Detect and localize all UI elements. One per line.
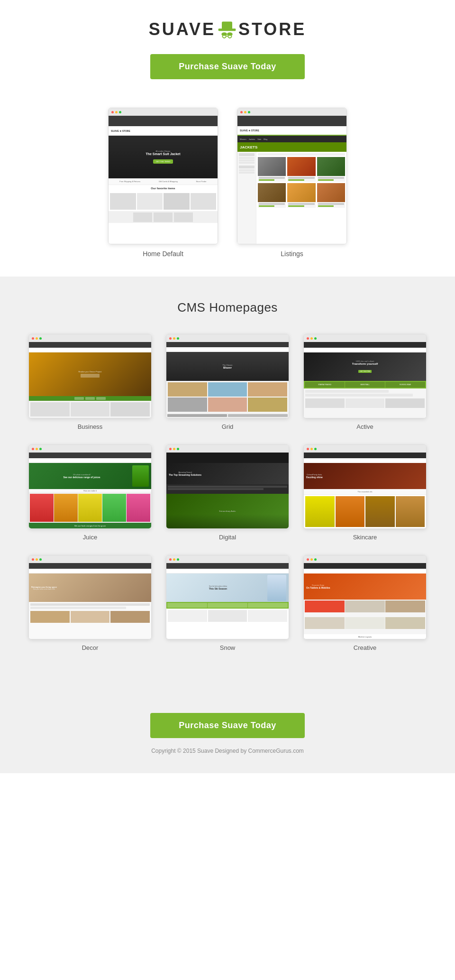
juice-nav xyxy=(29,458,151,463)
listing-product-name-3 xyxy=(318,177,344,179)
juice-hero-image xyxy=(132,465,149,487)
screen-active: 100% the real Lolbark Transform yourself… xyxy=(304,342,426,418)
dot-green xyxy=(119,111,121,113)
listings-products-grid xyxy=(258,157,345,208)
home-banner xyxy=(109,211,218,223)
browser-bar-digital xyxy=(166,445,289,453)
home-banner-block-3 xyxy=(174,213,193,222)
creative-hero-text-area: Responsive Design On Tablets & Mobiles xyxy=(306,584,330,589)
cms-item-juice: Oh what a weekend! See our delicious ran… xyxy=(28,444,152,541)
active-topbar xyxy=(304,342,426,348)
skin-products xyxy=(304,495,426,528)
listing-product-info-1 xyxy=(258,176,286,182)
snow-hero-title: This Ski Season xyxy=(169,587,267,590)
active-hero: 100% the real Lolbark Transform yourself… xyxy=(304,352,426,381)
juice-how-title: How we make it xyxy=(29,489,151,493)
dot-red-d xyxy=(169,448,172,450)
listings-body xyxy=(237,152,346,244)
home-section-title: Our favorite items xyxy=(109,185,218,192)
listing-product-price-3 xyxy=(318,179,334,181)
browser-creative: Responsive Design On Tablets & Mobiles xyxy=(303,555,427,639)
home-hero-inner: A London Classic The Smart Suit Jacket G… xyxy=(146,150,180,164)
snow-cat-2 xyxy=(208,603,247,608)
footer-copyright: Copyright © 2015 Suave Designed by Comme… xyxy=(9,748,446,754)
cms-row-2: Oh what a weekend! See our delicious ran… xyxy=(28,444,427,541)
juice-fruits xyxy=(29,493,151,523)
cms-label-skincare: Skincare xyxy=(303,534,427,541)
listing-product-price-2 xyxy=(288,179,304,181)
listings-subheader: Women Jackets Sale Blog xyxy=(237,136,346,142)
skin-product-3 xyxy=(365,496,395,527)
creative-item-4 xyxy=(305,617,345,629)
dot-yellow-cr xyxy=(310,558,313,561)
listings-breadcrumb xyxy=(258,153,345,156)
cms-section: CMS Homepages Realize your Dream Project xyxy=(0,277,455,689)
dot-green-b xyxy=(39,337,42,340)
cms-label-decor: Decor xyxy=(28,644,152,651)
listing-product-1 xyxy=(258,157,286,182)
home-product-2 xyxy=(137,193,163,210)
active-cats: STAMINA TRAINING BASKETBALL RUNNING WEAR xyxy=(304,381,426,388)
dot-green-2 xyxy=(248,111,250,113)
digital-hero-text-area: Amazing Sound The Top Streaming Solution… xyxy=(169,471,201,476)
digital-overlay xyxy=(166,514,289,528)
cms-label-grid: Grid xyxy=(166,423,289,430)
browser-bar-business xyxy=(29,334,151,342)
listings-main xyxy=(256,152,346,244)
biz-offers xyxy=(29,396,151,401)
juice-footer-text: We use fresh oranges from the grove xyxy=(74,525,106,527)
digital-topbar xyxy=(166,453,289,458)
logo-suave: SUAVE xyxy=(149,19,216,39)
screen-digital: Amazing Sound The Top Streaming Solution… xyxy=(166,453,289,528)
browser-juice: Oh what a weekend! See our delicious ran… xyxy=(28,444,152,529)
decor-products xyxy=(30,611,150,623)
dot-red-dc xyxy=(32,558,34,561)
purchase-button-bottom[interactable]: Purchase Suave Today xyxy=(150,713,305,738)
biz-hero: Realize your Dream Project xyxy=(29,352,151,396)
decor-content xyxy=(29,602,151,639)
snow-cat-3 xyxy=(248,603,288,608)
cms-label-active: Active xyxy=(303,423,427,430)
grid-product-3 xyxy=(248,382,287,397)
biz-offer-2 xyxy=(85,397,95,400)
digital-hero-title: The Top Streaming Solutions xyxy=(169,473,201,476)
dot-green-g xyxy=(177,337,179,340)
listing-product-price-6 xyxy=(318,205,334,207)
dot-red-cr xyxy=(307,558,309,561)
juice-fruit-5 xyxy=(127,494,150,522)
browser-bar-juice xyxy=(29,445,151,453)
dot-yellow-g xyxy=(173,337,175,340)
preview-home-default: SUAVE ★ STORE A London Classic The Smart… xyxy=(108,108,218,258)
creative-item-1 xyxy=(305,601,345,612)
purchase-button-top[interactable]: Purchase Suave Today xyxy=(150,54,305,79)
skin-topbar xyxy=(304,453,426,458)
decor-product-3 xyxy=(110,611,150,623)
listing-product-price-5 xyxy=(288,205,304,207)
juice-hero-text-area: Oh what a weekend! See our delicious ran… xyxy=(31,473,132,479)
juice-fruit-3 xyxy=(78,494,102,522)
screen-skincare: CrèmePretty hints Dazzling shine The ess… xyxy=(304,453,426,528)
grid-product-6 xyxy=(248,398,287,412)
listing-product-name-4 xyxy=(259,203,285,205)
screen-decor: Reimagine your living space Give your ho… xyxy=(29,563,151,639)
decor-nav xyxy=(29,569,151,573)
snow-product-3 xyxy=(248,610,287,622)
cms-item-business: Realize your Dream Project xyxy=(28,334,152,430)
logo: SUAVE STORE xyxy=(9,19,446,40)
screen-business: Realize your Dream Project xyxy=(29,342,151,418)
creative-hero: Responsive Design On Tablets & Mobiles xyxy=(304,573,426,600)
dot-yellow xyxy=(115,111,118,113)
page-footer: Purchase Suave Today Copyright © 2015 Su… xyxy=(0,689,455,773)
active-cat-1: STAMINA TRAINING xyxy=(305,382,345,388)
active-cat-label-3: RUNNING WEAR xyxy=(400,384,411,386)
active-hero-text: 100% the real Lolbark Transform yourself… xyxy=(352,360,378,374)
svg-rect-1 xyxy=(218,28,236,31)
home-banner-inner xyxy=(133,213,193,222)
decor-product-2 xyxy=(71,611,110,623)
snow-nav xyxy=(166,569,289,573)
dot-yellow-b xyxy=(36,337,38,340)
listings-subheader-link-3: Sale xyxy=(257,138,261,140)
juice-fruit-4 xyxy=(102,494,126,522)
browser-snow: Give the feel outdoor clothes This Ski S… xyxy=(166,555,289,639)
browser-digital: Amazing Sound The Top Streaming Solution… xyxy=(166,444,289,529)
